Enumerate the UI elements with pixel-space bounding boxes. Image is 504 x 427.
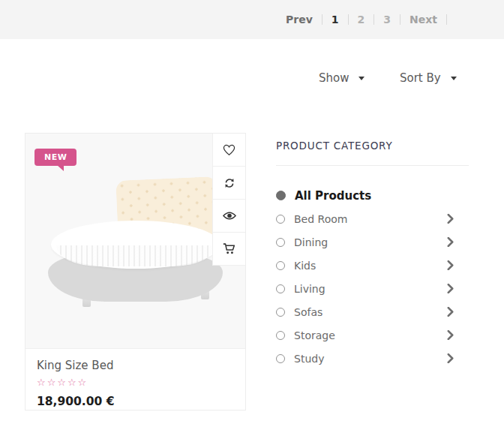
category-item-storage[interactable]: Storage [276, 323, 469, 347]
chevron-down-icon [358, 77, 364, 80]
show-dropdown-label: Show [319, 71, 349, 85]
category-item-all-products[interactable]: All Products [276, 184, 469, 207]
product-name[interactable]: King Size Bed [37, 359, 234, 372]
add-to-cart-button[interactable] [212, 233, 245, 266]
chevron-right-icon[interactable] [447, 307, 454, 317]
category-label: Study [294, 353, 447, 365]
category-item-bed-room[interactable]: Bed Room [276, 207, 469, 230]
category-label: Storage [294, 329, 447, 341]
product-card: NEW [25, 133, 246, 410]
chevron-right-icon[interactable] [447, 237, 454, 247]
pager: Prev 1 2 3 Next [286, 14, 456, 26]
category-item-sofas[interactable]: Sofas [276, 300, 469, 323]
product-info: King Size Bed ☆☆☆☆☆ 18,900.00 € [26, 348, 245, 408]
star-rating: ☆☆☆☆☆ [37, 377, 234, 388]
pager-separator [374, 14, 374, 25]
category-label: Bed Room [294, 213, 447, 225]
category-item-kids[interactable]: Kids [276, 254, 469, 277]
product-category-sidebar: PRODUCT CATEGORY All Products Bed Room D… [276, 140, 469, 370]
radio-icon [276, 284, 285, 293]
radio-icon [276, 308, 285, 317]
show-dropdown[interactable]: Show [319, 71, 364, 85]
radio-icon [276, 215, 285, 224]
chevron-right-icon[interactable] [447, 214, 454, 224]
chevron-right-icon[interactable] [447, 284, 454, 293]
radio-icon [276, 238, 285, 247]
category-item-living[interactable]: Living [276, 277, 469, 300]
sort-by-dropdown-label: Sort By [400, 71, 441, 85]
wishlist-button[interactable] [212, 134, 245, 167]
compare-button[interactable] [212, 167, 245, 200]
pager-separator [446, 14, 447, 25]
category-label: Dining [294, 236, 447, 248]
eye-icon [223, 211, 236, 221]
chevron-down-icon [451, 77, 457, 80]
category-label: Sofas [294, 306, 447, 318]
radio-icon [276, 354, 285, 363]
product-image[interactable]: NEW [26, 134, 245, 348]
chevron-right-icon[interactable] [447, 260, 454, 270]
pager-next-button[interactable]: Next [410, 14, 437, 26]
radio-icon [276, 331, 285, 340]
pager-separator [348, 14, 349, 25]
radio-filled-icon [276, 191, 286, 200]
category-item-dining[interactable]: Dining [276, 230, 469, 254]
pager-separator [322, 14, 322, 25]
sidebar-title: PRODUCT CATEGORY [276, 140, 469, 152]
category-label: Kids [294, 260, 447, 272]
divider [276, 165, 469, 166]
product-price: 18,900.00 € [37, 395, 234, 408]
refresh-icon [224, 177, 236, 189]
sort-by-dropdown[interactable]: Sort By [400, 71, 457, 85]
pager-page-3[interactable]: 3 [383, 14, 391, 26]
chevron-right-icon[interactable] [447, 353, 454, 363]
cart-icon [223, 242, 236, 255]
new-badge: NEW [34, 149, 76, 166]
pager-page-1[interactable]: 1 [332, 14, 339, 26]
product-actions [212, 134, 245, 266]
category-label: Living [294, 283, 447, 295]
radio-icon [276, 261, 285, 270]
category-item-study[interactable]: Study [276, 347, 469, 370]
chevron-right-icon[interactable] [447, 330, 454, 340]
category-label: All Products [295, 189, 469, 203]
category-list: All Products Bed Room Dining Kids L [276, 184, 469, 370]
bed-mattress-graphic [51, 221, 220, 269]
pager-separator [400, 14, 400, 25]
heart-icon [223, 144, 236, 156]
pager-page-2[interactable]: 2 [358, 14, 365, 26]
top-pagination-bar: Prev 1 2 3 Next [0, 0, 504, 39]
pager-prev-button[interactable]: Prev [286, 14, 313, 26]
quick-view-button[interactable] [212, 200, 245, 233]
